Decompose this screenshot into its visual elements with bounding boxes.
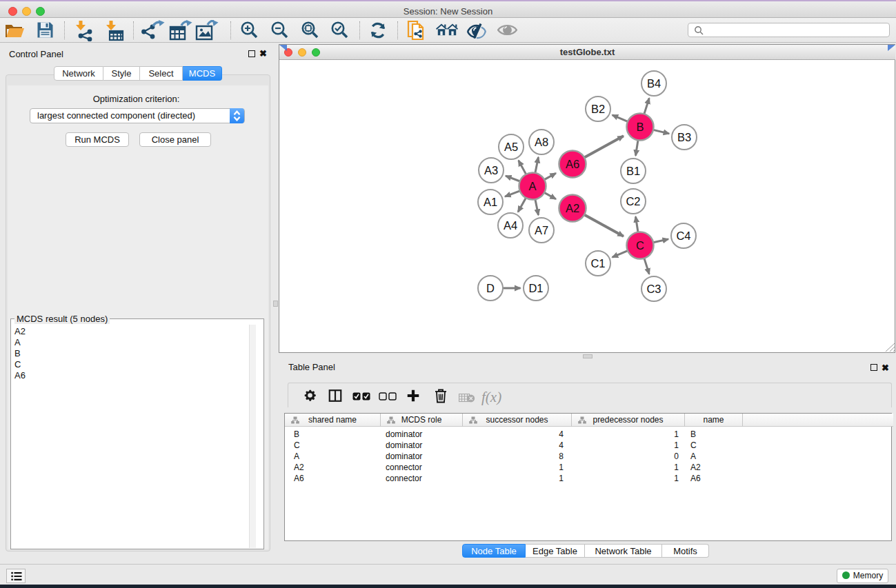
svg-text:A6: A6 bbox=[566, 158, 579, 170]
svg-text:A8: A8 bbox=[535, 136, 548, 148]
svg-text:B1: B1 bbox=[626, 165, 640, 177]
svg-text:A5: A5 bbox=[504, 141, 518, 153]
svg-text:B2: B2 bbox=[591, 103, 605, 115]
svg-text:C3: C3 bbox=[646, 283, 661, 295]
svg-text:C2: C2 bbox=[626, 195, 640, 207]
svg-text:D: D bbox=[486, 282, 495, 294]
svg-text:A7: A7 bbox=[535, 224, 548, 236]
svg-text:A1: A1 bbox=[484, 196, 497, 208]
svg-text:C4: C4 bbox=[676, 230, 690, 242]
svg-text:C: C bbox=[636, 239, 644, 252]
svg-text:B4: B4 bbox=[647, 77, 661, 90]
svg-text:C1: C1 bbox=[590, 257, 605, 270]
svg-text:B: B bbox=[636, 121, 644, 133]
svg-text:B3: B3 bbox=[677, 131, 691, 143]
svg-text:A4: A4 bbox=[504, 219, 517, 232]
svg-text:A: A bbox=[528, 180, 536, 192]
svg-text:D1: D1 bbox=[528, 282, 543, 294]
svg-text:A3: A3 bbox=[484, 164, 498, 176]
svg-text:A2: A2 bbox=[566, 202, 579, 214]
